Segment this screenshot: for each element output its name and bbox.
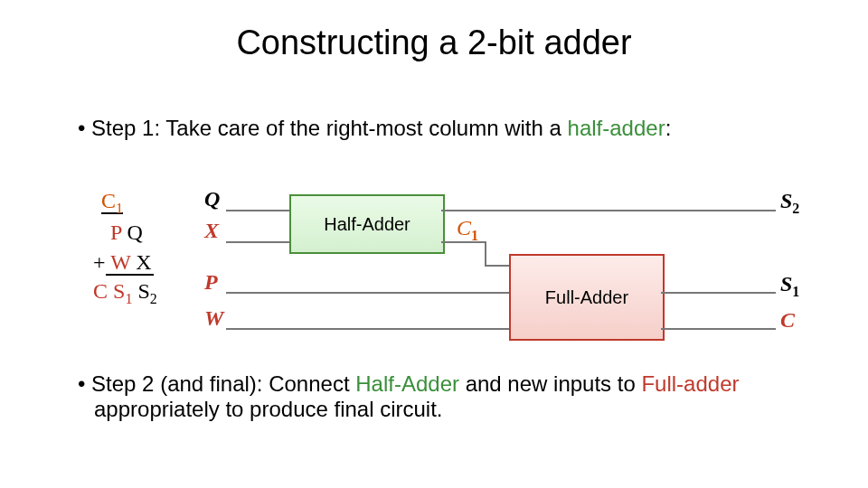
sym-X: X <box>136 250 151 274</box>
wire <box>226 241 291 243</box>
sym-S1: S1 <box>113 279 132 303</box>
addition-line: W X <box>106 250 154 276</box>
step2-full: Full-adder <box>641 371 739 396</box>
step1-text: Step 1: Take care of the right-most colu… <box>78 116 819 141</box>
wire <box>226 210 291 211</box>
sym-C: C <box>93 279 108 303</box>
input-P: P <box>204 270 218 295</box>
input-X: X <box>204 219 219 243</box>
output-C: C <box>780 308 795 333</box>
addition-math: C1 P Q + W X C S1 S2 <box>93 186 157 309</box>
output-S2: S2 <box>780 189 799 217</box>
wire <box>485 241 486 265</box>
sym-W: W <box>110 250 130 274</box>
wire <box>226 328 511 330</box>
page-title: Constructing a 2-bit adder <box>0 23 868 62</box>
wire <box>661 292 776 294</box>
wire <box>441 210 776 211</box>
input-W: W <box>204 306 223 331</box>
wire <box>226 292 511 294</box>
bullet-icon <box>78 116 91 140</box>
step1-prefix: Step 1: Take care of the right-most colu… <box>91 116 567 140</box>
step1-half: half-adder <box>568 116 665 140</box>
bullet-icon <box>78 371 91 396</box>
wire <box>661 328 776 330</box>
step2-text: Step 2 (and final): Connect Half-Adder a… <box>78 371 837 422</box>
sym-Q: Q <box>127 221 142 244</box>
output-S1: S1 <box>780 272 799 300</box>
step2-line2: appropriately to produce final circuit. <box>94 397 443 421</box>
carry-c1: C1 <box>101 189 123 214</box>
circuit-diagram: Q X P W Half-Adder S2 C1 Full-Adder S1 C <box>199 176 832 357</box>
input-Q: Q <box>204 187 220 211</box>
step2-mid: and new inputs to <box>459 371 641 396</box>
half-adder-box: Half-Adder <box>289 194 445 254</box>
full-adder-box: Full-Adder <box>509 254 665 341</box>
step2-prefix: Step 2 (and final): Connect <box>91 371 355 396</box>
wire <box>485 265 511 267</box>
step1-suffix: : <box>665 116 672 140</box>
plus-sign: + <box>93 250 106 274</box>
sym-P: P <box>110 221 121 244</box>
sym-S2: S2 <box>137 279 156 303</box>
carry-C1-wire: C1 <box>457 216 478 244</box>
step2-half: Half-Adder <box>355 371 459 396</box>
